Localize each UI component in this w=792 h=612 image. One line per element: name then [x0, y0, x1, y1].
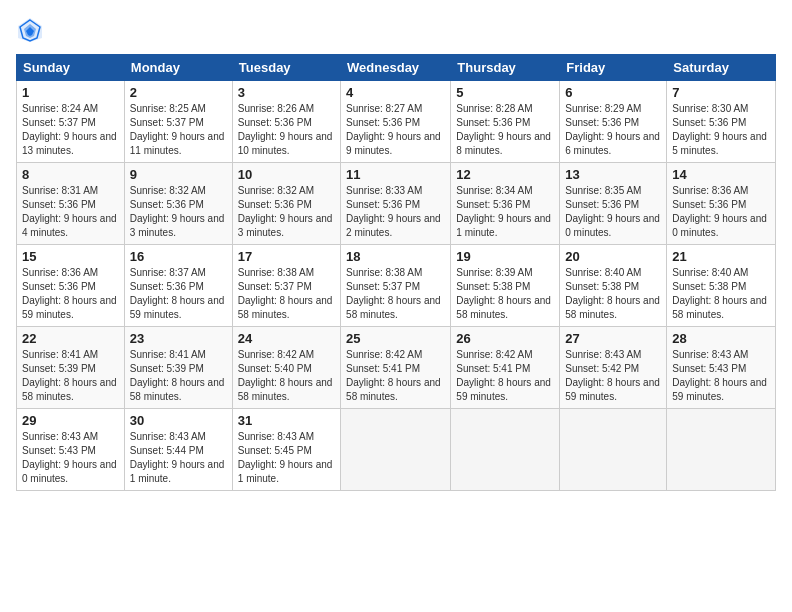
day-number: 1 [22, 85, 119, 100]
calendar-week-row: 8 Sunrise: 8:31 AMSunset: 5:36 PMDayligh… [17, 163, 776, 245]
calendar-week-row: 22 Sunrise: 8:41 AMSunset: 5:39 PMDaylig… [17, 327, 776, 409]
calendar-cell [451, 409, 560, 491]
day-info: Sunrise: 8:32 AMSunset: 5:36 PMDaylight:… [130, 185, 225, 238]
day-info: Sunrise: 8:42 AMSunset: 5:40 PMDaylight:… [238, 349, 333, 402]
day-info: Sunrise: 8:43 AMSunset: 5:44 PMDaylight:… [130, 431, 225, 484]
calendar-cell: 23 Sunrise: 8:41 AMSunset: 5:39 PMDaylig… [124, 327, 232, 409]
calendar-header-row: SundayMondayTuesdayWednesdayThursdayFrid… [17, 55, 776, 81]
day-number: 16 [130, 249, 227, 264]
day-number: 28 [672, 331, 770, 346]
day-number: 24 [238, 331, 335, 346]
day-number: 8 [22, 167, 119, 182]
calendar-cell: 25 Sunrise: 8:42 AMSunset: 5:41 PMDaylig… [341, 327, 451, 409]
day-info: Sunrise: 8:43 AMSunset: 5:43 PMDaylight:… [672, 349, 767, 402]
day-info: Sunrise: 8:36 AMSunset: 5:36 PMDaylight:… [672, 185, 767, 238]
logo [16, 16, 48, 44]
calendar-cell: 4 Sunrise: 8:27 AMSunset: 5:36 PMDayligh… [341, 81, 451, 163]
calendar-cell: 9 Sunrise: 8:32 AMSunset: 5:36 PMDayligh… [124, 163, 232, 245]
calendar-cell: 8 Sunrise: 8:31 AMSunset: 5:36 PMDayligh… [17, 163, 125, 245]
calendar-cell: 11 Sunrise: 8:33 AMSunset: 5:36 PMDaylig… [341, 163, 451, 245]
day-number: 18 [346, 249, 445, 264]
day-info: Sunrise: 8:38 AMSunset: 5:37 PMDaylight:… [238, 267, 333, 320]
day-info: Sunrise: 8:28 AMSunset: 5:36 PMDaylight:… [456, 103, 551, 156]
day-number: 22 [22, 331, 119, 346]
day-info: Sunrise: 8:31 AMSunset: 5:36 PMDaylight:… [22, 185, 117, 238]
day-info: Sunrise: 8:43 AMSunset: 5:43 PMDaylight:… [22, 431, 117, 484]
day-number: 13 [565, 167, 661, 182]
day-number: 25 [346, 331, 445, 346]
weekday-header: Monday [124, 55, 232, 81]
day-info: Sunrise: 8:24 AMSunset: 5:37 PMDaylight:… [22, 103, 117, 156]
calendar-cell: 19 Sunrise: 8:39 AMSunset: 5:38 PMDaylig… [451, 245, 560, 327]
calendar-cell: 28 Sunrise: 8:43 AMSunset: 5:43 PMDaylig… [667, 327, 776, 409]
day-info: Sunrise: 8:25 AMSunset: 5:37 PMDaylight:… [130, 103, 225, 156]
calendar-cell: 1 Sunrise: 8:24 AMSunset: 5:37 PMDayligh… [17, 81, 125, 163]
day-info: Sunrise: 8:37 AMSunset: 5:36 PMDaylight:… [130, 267, 225, 320]
calendar-table: SundayMondayTuesdayWednesdayThursdayFrid… [16, 54, 776, 491]
day-info: Sunrise: 8:27 AMSunset: 5:36 PMDaylight:… [346, 103, 441, 156]
day-info: Sunrise: 8:38 AMSunset: 5:37 PMDaylight:… [346, 267, 441, 320]
weekday-header: Friday [560, 55, 667, 81]
day-number: 11 [346, 167, 445, 182]
day-number: 29 [22, 413, 119, 428]
day-number: 5 [456, 85, 554, 100]
day-number: 15 [22, 249, 119, 264]
calendar-cell: 26 Sunrise: 8:42 AMSunset: 5:41 PMDaylig… [451, 327, 560, 409]
weekday-header: Tuesday [232, 55, 340, 81]
day-number: 27 [565, 331, 661, 346]
day-info: Sunrise: 8:30 AMSunset: 5:36 PMDaylight:… [672, 103, 767, 156]
day-info: Sunrise: 8:40 AMSunset: 5:38 PMDaylight:… [672, 267, 767, 320]
calendar-cell: 20 Sunrise: 8:40 AMSunset: 5:38 PMDaylig… [560, 245, 667, 327]
day-info: Sunrise: 8:40 AMSunset: 5:38 PMDaylight:… [565, 267, 660, 320]
day-info: Sunrise: 8:32 AMSunset: 5:36 PMDaylight:… [238, 185, 333, 238]
day-info: Sunrise: 8:29 AMSunset: 5:36 PMDaylight:… [565, 103, 660, 156]
day-number: 2 [130, 85, 227, 100]
day-number: 6 [565, 85, 661, 100]
weekday-header: Wednesday [341, 55, 451, 81]
day-number: 19 [456, 249, 554, 264]
day-number: 20 [565, 249, 661, 264]
page: SundayMondayTuesdayWednesdayThursdayFrid… [0, 0, 792, 612]
day-number: 31 [238, 413, 335, 428]
logo-icon [16, 16, 44, 44]
day-number: 17 [238, 249, 335, 264]
day-info: Sunrise: 8:34 AMSunset: 5:36 PMDaylight:… [456, 185, 551, 238]
calendar-cell: 5 Sunrise: 8:28 AMSunset: 5:36 PMDayligh… [451, 81, 560, 163]
day-number: 7 [672, 85, 770, 100]
calendar-cell: 6 Sunrise: 8:29 AMSunset: 5:36 PMDayligh… [560, 81, 667, 163]
day-number: 10 [238, 167, 335, 182]
calendar-cell: 7 Sunrise: 8:30 AMSunset: 5:36 PMDayligh… [667, 81, 776, 163]
day-info: Sunrise: 8:26 AMSunset: 5:36 PMDaylight:… [238, 103, 333, 156]
calendar-cell: 18 Sunrise: 8:38 AMSunset: 5:37 PMDaylig… [341, 245, 451, 327]
day-info: Sunrise: 8:35 AMSunset: 5:36 PMDaylight:… [565, 185, 660, 238]
calendar-cell: 24 Sunrise: 8:42 AMSunset: 5:40 PMDaylig… [232, 327, 340, 409]
day-info: Sunrise: 8:33 AMSunset: 5:36 PMDaylight:… [346, 185, 441, 238]
calendar-week-row: 15 Sunrise: 8:36 AMSunset: 5:36 PMDaylig… [17, 245, 776, 327]
calendar-cell: 16 Sunrise: 8:37 AMSunset: 5:36 PMDaylig… [124, 245, 232, 327]
day-number: 9 [130, 167, 227, 182]
weekday-header: Saturday [667, 55, 776, 81]
day-info: Sunrise: 8:42 AMSunset: 5:41 PMDaylight:… [346, 349, 441, 402]
weekday-header: Sunday [17, 55, 125, 81]
calendar-cell: 31 Sunrise: 8:43 AMSunset: 5:45 PMDaylig… [232, 409, 340, 491]
calendar-cell: 13 Sunrise: 8:35 AMSunset: 5:36 PMDaylig… [560, 163, 667, 245]
calendar-cell: 2 Sunrise: 8:25 AMSunset: 5:37 PMDayligh… [124, 81, 232, 163]
day-number: 26 [456, 331, 554, 346]
calendar-cell: 21 Sunrise: 8:40 AMSunset: 5:38 PMDaylig… [667, 245, 776, 327]
day-info: Sunrise: 8:36 AMSunset: 5:36 PMDaylight:… [22, 267, 117, 320]
day-number: 12 [456, 167, 554, 182]
weekday-header: Thursday [451, 55, 560, 81]
calendar-cell: 10 Sunrise: 8:32 AMSunset: 5:36 PMDaylig… [232, 163, 340, 245]
calendar-cell: 27 Sunrise: 8:43 AMSunset: 5:42 PMDaylig… [560, 327, 667, 409]
calendar-cell: 17 Sunrise: 8:38 AMSunset: 5:37 PMDaylig… [232, 245, 340, 327]
day-info: Sunrise: 8:41 AMSunset: 5:39 PMDaylight:… [130, 349, 225, 402]
day-number: 30 [130, 413, 227, 428]
day-info: Sunrise: 8:43 AMSunset: 5:42 PMDaylight:… [565, 349, 660, 402]
calendar-cell: 12 Sunrise: 8:34 AMSunset: 5:36 PMDaylig… [451, 163, 560, 245]
day-number: 3 [238, 85, 335, 100]
header [16, 16, 776, 44]
calendar-cell [560, 409, 667, 491]
calendar-cell: 29 Sunrise: 8:43 AMSunset: 5:43 PMDaylig… [17, 409, 125, 491]
day-number: 23 [130, 331, 227, 346]
calendar-cell: 30 Sunrise: 8:43 AMSunset: 5:44 PMDaylig… [124, 409, 232, 491]
